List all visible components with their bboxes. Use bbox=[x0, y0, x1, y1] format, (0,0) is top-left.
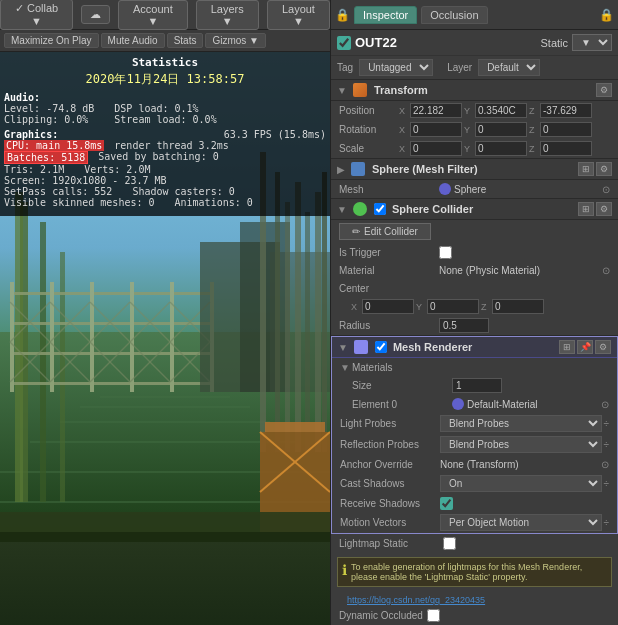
light-probes-label: Light Probes bbox=[340, 418, 440, 429]
sphere-collider-ref-btn[interactable]: ⊞ bbox=[578, 202, 594, 216]
mesh-filter-ref-btn[interactable]: ⊞ bbox=[578, 162, 594, 176]
mute-audio-btn[interactable]: Mute Audio bbox=[101, 33, 165, 48]
receive-shadows-checkbox[interactable] bbox=[440, 497, 453, 510]
lock-icon-right[interactable]: 🔒 bbox=[599, 8, 614, 22]
scale-y-field[interactable] bbox=[475, 141, 527, 156]
layer-select[interactable]: Default bbox=[478, 59, 540, 76]
inspector-panel: 🔒 Inspector Occlusion 🔒 OUT22 Static ▼ T… bbox=[330, 0, 618, 625]
graphics-section: Graphics: 63.3 FPS (15.8ms) CPU: main 15… bbox=[4, 129, 326, 208]
rotation-label: Rotation bbox=[339, 124, 399, 135]
pos-x-field[interactable] bbox=[410, 103, 462, 118]
size-field[interactable] bbox=[452, 378, 502, 393]
maximize-btn[interactable]: Maximize On Play bbox=[4, 33, 99, 48]
mesh-renderer-ref-btn[interactable]: ⊞ bbox=[559, 340, 575, 354]
transform-settings-btn[interactable]: ⚙ bbox=[596, 83, 612, 97]
element0-row: Element 0 Default-Material ⊙ bbox=[332, 395, 617, 413]
scale-x-axis: X bbox=[399, 144, 409, 154]
mesh-renderer-enabled-checkbox[interactable] bbox=[375, 341, 387, 353]
audio-level: Level: -74.8 dB bbox=[4, 103, 94, 114]
edit-collider-button[interactable]: ✏ Edit Collider bbox=[339, 223, 431, 240]
receive-shadows-row: Receive Shadows bbox=[332, 494, 617, 512]
center-x-axis: X bbox=[351, 302, 361, 312]
svg-rect-17 bbox=[50, 282, 54, 392]
pos-y-field[interactable] bbox=[475, 103, 527, 118]
light-probes-select[interactable]: Blend Probes bbox=[440, 415, 602, 432]
rot-x-field[interactable] bbox=[410, 122, 462, 137]
center-x-field[interactable] bbox=[362, 299, 414, 314]
mesh-renderer-controls: ⊞ 📌 ⚙ bbox=[559, 340, 611, 354]
element0-select-icon[interactable]: ⊙ bbox=[601, 399, 609, 410]
is-trigger-checkbox[interactable] bbox=[439, 246, 452, 259]
layers-button[interactable]: Layers ▼ bbox=[196, 0, 259, 30]
material-select-icon[interactable]: ⊙ bbox=[602, 265, 610, 276]
cast-shadows-row: Cast Shadows On ÷ bbox=[332, 473, 617, 494]
collab-label: ✓ Collab ▼ bbox=[9, 2, 64, 27]
saved-label: Saved by batching: 0 bbox=[98, 151, 218, 164]
tab-occlusion[interactable]: Occlusion bbox=[421, 6, 487, 24]
mesh-filter-icon bbox=[351, 162, 365, 176]
transform-controls: ⚙ bbox=[596, 83, 612, 97]
center-y-axis: Y bbox=[416, 302, 426, 312]
mesh-renderer-settings-btn[interactable]: ⚙ bbox=[595, 340, 611, 354]
motion-vectors-select[interactable]: Per Object Motion bbox=[440, 514, 602, 531]
pos-y-entry: Y bbox=[464, 103, 527, 118]
sphere-collider-header[interactable]: ▼ Sphere Collider ⊞ ⚙ bbox=[331, 199, 618, 220]
mesh-renderer-component: ▼ Mesh Renderer ⊞ 📌 ⚙ ▼ Materials Size bbox=[331, 336, 618, 534]
verts-value: Verts: 2.0M bbox=[84, 164, 150, 175]
edit-collider-pencil-icon: ✏ bbox=[352, 226, 360, 237]
stats-btn[interactable]: Stats bbox=[167, 33, 204, 48]
mesh-select-icon[interactable]: ⊙ bbox=[602, 184, 610, 195]
lightmap-static-checkbox[interactable] bbox=[443, 537, 456, 550]
website-link[interactable]: https://blog.csdn.net/qq_23420435 bbox=[339, 593, 493, 607]
rot-z-field[interactable] bbox=[540, 122, 592, 137]
account-button[interactable]: Account ▼ bbox=[118, 0, 188, 30]
tab-inspector[interactable]: Inspector bbox=[354, 6, 417, 24]
anchor-override-select-icon[interactable]: ⊙ bbox=[601, 459, 609, 470]
render-thread: render thread 3.2ms bbox=[114, 140, 228, 151]
center-row: X Y Z bbox=[331, 297, 618, 316]
collab-button[interactable]: ✓ Collab ▼ bbox=[0, 0, 73, 30]
mesh-renderer-header[interactable]: ▼ Mesh Renderer ⊞ 📌 ⚙ bbox=[332, 337, 617, 358]
obj-active-checkbox[interactable] bbox=[337, 36, 351, 50]
is-trigger-label: Is Trigger bbox=[339, 247, 439, 258]
sphere-collider-settings-btn[interactable]: ⚙ bbox=[596, 202, 612, 216]
scale-fields: X Y Z bbox=[399, 141, 610, 156]
sphere-collider-enabled-checkbox[interactable] bbox=[374, 203, 386, 215]
layers-label: Layers ▼ bbox=[205, 3, 250, 27]
receive-shadows-label: Receive Shadows bbox=[340, 498, 440, 509]
tag-select[interactable]: Untagged bbox=[359, 59, 433, 76]
mesh-renderer-pin-btn[interactable]: 📌 bbox=[577, 340, 593, 354]
radius-field[interactable] bbox=[439, 318, 489, 333]
cloud-button[interactable]: ☁ bbox=[81, 5, 110, 24]
mesh-filter-settings-btn[interactable]: ⚙ bbox=[596, 162, 612, 176]
static-dropdown[interactable]: ▼ bbox=[572, 34, 612, 51]
scale-z-field[interactable] bbox=[540, 141, 592, 156]
dynamic-occluded-checkbox[interactable] bbox=[427, 609, 440, 622]
pos-x-axis: X bbox=[399, 106, 409, 116]
info-icon: ℹ bbox=[342, 562, 347, 582]
layout-label: Layout ▼ bbox=[276, 3, 321, 27]
gizmos-btn[interactable]: Gizmos ▼ bbox=[205, 33, 266, 48]
mesh-filter-header[interactable]: ▶ Sphere (Mesh Filter) ⊞ ⚙ bbox=[331, 159, 618, 180]
object-name[interactable]: OUT22 bbox=[355, 35, 536, 50]
svg-rect-53 bbox=[265, 422, 325, 432]
reflection-probes-select[interactable]: Blend Probes bbox=[440, 436, 602, 453]
pos-z-entry: Z bbox=[529, 103, 592, 118]
position-fields: X Y Z bbox=[399, 103, 610, 118]
sphere-collider-title: Sphere Collider bbox=[392, 203, 574, 215]
transform-header[interactable]: ▼ Transform ⚙ bbox=[331, 80, 618, 101]
layout-button[interactable]: Layout ▼ bbox=[267, 0, 330, 30]
pos-z-field[interactable] bbox=[540, 103, 592, 118]
audio-right: DSP load: 0.1% Stream load: 0.0% bbox=[114, 103, 216, 125]
audio-section: Audio: Level: -74.8 dB Clipping: 0.0% DS… bbox=[4, 92, 326, 125]
center-y-field[interactable] bbox=[427, 299, 479, 314]
svg-rect-47 bbox=[285, 202, 290, 452]
is-trigger-row: Is Trigger bbox=[331, 243, 618, 261]
cast-shadows-select[interactable]: On bbox=[440, 475, 602, 492]
rot-y-field[interactable] bbox=[475, 122, 527, 137]
center-z-axis: Z bbox=[481, 302, 491, 312]
info-box: ℹ To enable generation of lightmaps for … bbox=[337, 557, 612, 587]
scale-x-field[interactable] bbox=[410, 141, 462, 156]
mesh-filter-controls: ⊞ ⚙ bbox=[578, 162, 612, 176]
center-z-field[interactable] bbox=[492, 299, 544, 314]
